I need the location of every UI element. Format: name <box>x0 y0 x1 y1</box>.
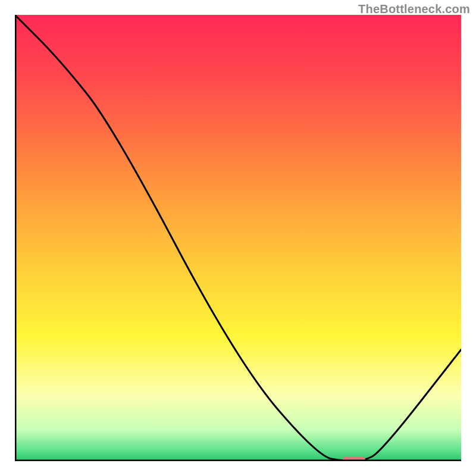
chart-background-gradient <box>15 15 461 461</box>
watermark-text: TheBottleneck.com <box>358 2 470 16</box>
bottleneck-chart <box>15 15 461 461</box>
chart-svg <box>15 15 461 461</box>
